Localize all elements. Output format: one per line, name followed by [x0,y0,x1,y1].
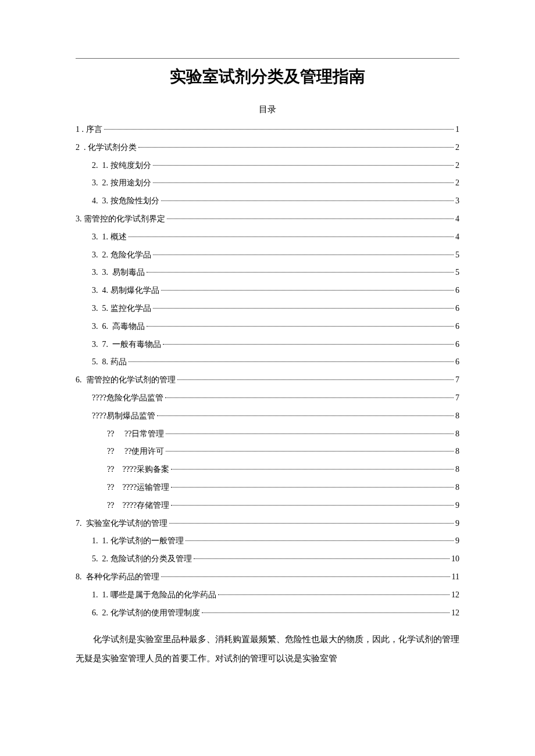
toc-dots [166,433,454,434]
toc-label: 3. 4. 易制爆化学品 [92,282,159,300]
toc-page: 8 [455,461,459,479]
toc-label: 7. 实验室化学试剂的管理 [76,515,167,533]
toc-dots [194,558,450,559]
toc-entry: 5. 2. 危险试剂的分类及管理10 [76,550,459,568]
toc-dots [138,147,454,148]
toc-label: 3. 1. 概述 [92,228,127,246]
toc-entry: 3. 5. 监控化学品6 [76,300,459,318]
toc-dots [163,344,454,345]
toc-page: 6 [455,336,459,354]
toc-entry: 8. 各种化学药品的管理11 [76,568,459,586]
toc-page: 12 [451,586,459,604]
toc-dots [161,200,454,201]
toc-page: 12 [451,604,459,622]
toc-page: 7 [455,389,459,407]
toc-dots [161,576,450,577]
toc-entry: 1. 1. 哪些是属于危险品的化学药品12 [76,586,459,604]
toc-entry: 5. 8. 药品6 [76,353,459,371]
toc-label: ?? ????采购备案 [107,461,169,479]
toc-dots [171,469,454,470]
toc-entry: 6. 需管控的化学试剂的管理7 [76,371,459,389]
toc-page: 6 [455,282,459,300]
toc-page: 4 [455,210,459,228]
toc-label: 6. 2. 化学试剂的使用管理制度 [92,604,200,622]
toc-page: 5 [455,264,459,282]
toc-entry: 3. 6. 高毒物品6 [76,318,459,336]
toc-entry: 3. 2. 危险化学品5 [76,246,459,264]
toc-label: 5. 8. 药品 [92,353,127,371]
toc-page: 9 [455,497,459,515]
toc-label: 3. 2. 危险化学品 [92,246,151,264]
toc-label: 1. 1. 哪些是属于危险品的化学药品 [92,586,216,604]
toc-page: 2 [455,174,459,192]
toc-page: 9 [455,515,459,533]
toc-page: 8 [455,407,459,425]
toc-entry: 1. 1. 化学试剂的一般管理9 [76,532,459,550]
toc-dots [153,182,454,183]
table-of-contents: 1 . 序言12 . 化学试剂分类22. 1. 按纯度划分23. 2. 按用途划… [76,121,459,622]
toc-entry: 3. 需管控的化学试剂界定4 [76,210,459,228]
top-divider [76,58,459,59]
toc-label: 1. 1. 化学试剂的一般管理 [92,532,184,550]
toc-entry: 3. 1. 概述4 [76,228,459,246]
toc-label: ?? ????运输管理 [107,479,169,497]
toc-label: ?? ??日常管理 [107,425,164,443]
toc-dots [165,397,454,398]
toc-dots [104,129,454,130]
toc-dots [169,523,454,524]
toc-page: 8 [455,425,459,443]
toc-page: 6 [455,318,459,336]
toc-page: 2 [455,157,459,175]
toc-label: ?? ????存储管理 [107,497,169,515]
toc-label: 1 . 序言 [76,121,102,139]
body-paragraph-1: 化学试剂是实验室里品种最多、消耗购置最频繁、危险性也最大的物质，因此，化学试剂的… [76,630,459,668]
toc-entry: ?? ??日常管理8 [76,425,459,443]
toc-heading: 目录 [76,104,459,115]
toc-label: 3. 5. 监控化学品 [92,300,151,318]
document-title: 实验室试剂分类及管理指南 [76,66,459,88]
toc-entry: 6. 2. 化学试剂的使用管理制度12 [76,604,459,622]
toc-label: 8. 各种化学药品的管理 [76,568,159,586]
toc-dots [218,594,450,595]
toc-dots [167,218,454,219]
toc-dots [147,272,454,273]
toc-page: 6 [455,353,459,371]
body-text: 化学试剂是实验室里品种最多、消耗购置最频繁、危险性也最大的物质，因此，化学试剂的… [76,630,459,668]
toc-dots [129,237,454,237]
toc-label: ????易制爆品监管 [92,407,155,425]
toc-dots [153,255,454,255]
toc-page: 7 [455,371,459,389]
toc-page: 8 [455,443,459,461]
toc-dots [147,326,454,327]
toc-label: 2. 1. 按纯度划分 [92,157,151,175]
toc-entry: 3. 4. 易制爆化学品6 [76,282,459,300]
toc-dots [157,415,454,416]
toc-entry: 3. 7. 一般有毒物品6 [76,336,459,354]
toc-page: 1 [455,121,459,139]
toc-label: 5. 2. 危险试剂的分类及管理 [92,550,192,568]
toc-page: 10 [451,550,459,568]
toc-dots [153,308,454,309]
toc-page: 9 [455,532,459,550]
toc-entry: 2 . 化学试剂分类2 [76,139,459,157]
toc-dots [161,290,454,291]
toc-entry: 3. 3. 易制毒品5 [76,264,459,282]
toc-dots [177,379,454,380]
toc-dots [186,540,454,541]
toc-entry: 1 . 序言1 [76,121,459,139]
toc-entry: 7. 实验室化学试剂的管理9 [76,515,459,533]
toc-entry: ?? ????运输管理8 [76,479,459,497]
toc-entry: ????易制爆品监管8 [76,407,459,425]
toc-entry: ?? ????采购备案8 [76,461,459,479]
toc-entry: ?? ??使用许可8 [76,443,459,461]
toc-page: 3 [455,192,459,210]
toc-entry: 3. 2. 按用途划分2 [76,174,459,192]
toc-label: 3. 2. 按用途划分 [92,174,151,192]
toc-label: ????危险化学品监管 [92,389,163,407]
toc-page: 8 [455,479,459,497]
toc-dots [153,165,454,166]
toc-label: 3. 3. 易制毒品 [92,264,145,282]
toc-label: 3. 6. 高毒物品 [92,318,145,336]
toc-label: 6. 需管控的化学试剂的管理 [76,371,176,389]
toc-dots [129,361,454,362]
